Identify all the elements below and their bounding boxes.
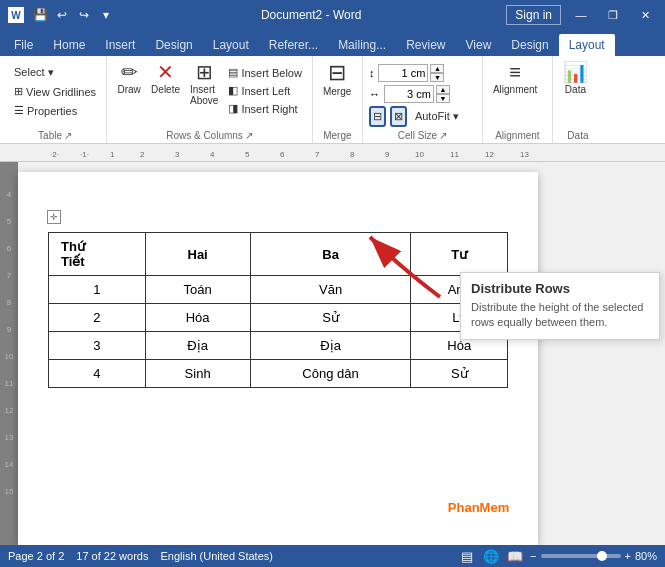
ruler: ·2· ·1· 1 2 3 4 5 6 7 8 9 10 11 12 13 xyxy=(0,144,665,162)
ruler-mark-13: 11 xyxy=(450,150,459,159)
line-11: 11 xyxy=(5,379,14,388)
width-input-row: ↔ ▲ ▼ xyxy=(369,85,463,103)
cell-size-expand[interactable]: ↗ xyxy=(439,130,447,141)
undo-btn[interactable]: ↩ xyxy=(52,5,72,25)
tab-bar: File Home Insert Design Layout Referer..… xyxy=(0,30,665,56)
properties-icon: ☰ xyxy=(14,104,24,117)
save-btn[interactable]: 💾 xyxy=(30,5,50,25)
rows-cols-expand[interactable]: ↗ xyxy=(245,130,253,141)
zoom-thumb xyxy=(597,551,607,561)
properties-btn[interactable]: ☰ Properties xyxy=(10,102,100,119)
tab-references[interactable]: Referer... xyxy=(259,34,328,56)
signin-button[interactable]: Sign in xyxy=(506,5,561,25)
merge-label: Merge xyxy=(323,86,351,97)
insert-right-btn[interactable]: ◨ Insert Right xyxy=(224,100,306,117)
line-9: 9 xyxy=(7,325,11,334)
merge-btn[interactable]: ⊟ Merge xyxy=(319,60,355,99)
zoom-in-btn[interactable]: + xyxy=(625,550,631,562)
properties-label: Properties xyxy=(27,105,77,117)
table-move-handle[interactable]: ✛ xyxy=(47,210,61,224)
ribbon-group-alignment: ≡ Alignment Alignment xyxy=(483,56,553,143)
draw-label: Draw xyxy=(117,84,140,95)
line-12: 12 xyxy=(5,406,14,415)
tab-design2[interactable]: Design xyxy=(501,34,558,56)
height-input[interactable] xyxy=(378,64,428,82)
width-spinner: ▲ ▼ xyxy=(436,85,450,103)
gridlines-label: View Gridlines xyxy=(26,86,96,98)
tab-review[interactable]: Review xyxy=(396,34,455,56)
draw-btn[interactable]: ✏ Draw xyxy=(113,60,145,97)
ruler-mark-14: 12 xyxy=(485,150,494,159)
zoom-slider[interactable] xyxy=(541,554,621,558)
line-7: 7 xyxy=(7,271,11,280)
page-info: Page 2 of 2 xyxy=(8,550,64,562)
data-label: Data xyxy=(565,84,586,95)
cell-size-label: Cell Size ↗ xyxy=(369,128,476,143)
tab-mailings[interactable]: Mailing... xyxy=(328,34,396,56)
height-up-btn[interactable]: ▲ xyxy=(430,64,444,73)
tab-design[interactable]: Design xyxy=(145,34,202,56)
insert-side-group: ▤ Insert Below ◧ Insert Left ◨ Insert Ri… xyxy=(224,60,306,117)
width-up-btn[interactable]: ▲ xyxy=(436,85,450,94)
ruler-mark-12: 10 xyxy=(415,150,424,159)
document-page: ✛ Thứ Tiết Hai Ba Tư 1 Toán xyxy=(18,172,538,545)
insert-above-label: InsertAbove xyxy=(190,84,218,106)
insert-left-btn[interactable]: ◧ Insert Left xyxy=(224,82,306,99)
word-icon: W xyxy=(8,7,24,23)
tooltip-description: Distribute the height of the selected ro… xyxy=(471,300,649,331)
width-icon: ↔ xyxy=(369,88,380,100)
close-btn[interactable]: ✕ xyxy=(633,5,657,25)
autofit-btn[interactable]: AutoFit ▾ xyxy=(411,108,463,125)
width-down-btn[interactable]: ▼ xyxy=(436,94,450,103)
tab-home[interactable]: Home xyxy=(43,34,95,56)
web-view-btn[interactable]: 🌐 xyxy=(482,547,500,565)
delete-btn[interactable]: ✕ Delete xyxy=(147,60,184,97)
insert-below-btn[interactable]: ▤ Insert Below xyxy=(224,64,306,81)
minimize-btn[interactable]: — xyxy=(569,5,593,25)
height-down-btn[interactable]: ▼ xyxy=(430,73,444,82)
more-btn[interactable]: ▾ xyxy=(96,5,116,25)
tab-layout[interactable]: Layout xyxy=(203,34,259,56)
data-group-label: Data xyxy=(559,128,597,143)
merge-group-label: Merge xyxy=(319,128,356,143)
table-group-expand[interactable]: ↗ xyxy=(64,130,72,141)
cell-row3-hai: Địa xyxy=(145,332,250,360)
cell-size-content: ↕ ▲ ▼ ↔ ▲ ▼ xyxy=(369,60,476,128)
read-view-btn[interactable]: 📖 xyxy=(506,547,524,565)
table-row: 2 Hóa Sử Lý xyxy=(49,304,508,332)
print-view-btn[interactable]: ▤ xyxy=(458,547,476,565)
alignment-icon: ≡ xyxy=(509,62,521,82)
language: English (United States) xyxy=(160,550,273,562)
alignment-btn[interactable]: ≡ Alignment xyxy=(489,60,541,97)
data-btn[interactable]: 📊 Data xyxy=(559,60,592,97)
ribbon-group-rows-cols: ✏ Draw ✕ Delete ⊞ InsertAbove ▤ Insert B… xyxy=(107,56,313,143)
select-btn[interactable]: Select ▾ xyxy=(10,64,100,81)
line-numbers: 4 5 6 7 8 9 10 11 12 13 14 15 xyxy=(0,162,18,545)
width-input[interactable] xyxy=(384,85,434,103)
distribute-cols-btn[interactable]: ⊠ xyxy=(390,106,407,127)
view-gridlines-btn[interactable]: ⊞ View Gridlines xyxy=(10,83,100,100)
zoom-out-btn[interactable]: − xyxy=(530,550,536,562)
gridlines-icon: ⊞ xyxy=(14,85,23,98)
status-bar: Page 2 of 2 17 of 22 words English (Unit… xyxy=(0,545,665,567)
redo-btn[interactable]: ↪ xyxy=(74,5,94,25)
ruler-mark-6: 4 xyxy=(210,150,214,159)
tab-file[interactable]: File xyxy=(4,34,43,56)
tab-layout2[interactable]: Layout xyxy=(559,34,615,56)
tooltip-distribute-rows: Distribute Rows Distribute the height of… xyxy=(460,272,660,340)
restore-btn[interactable]: ❐ xyxy=(601,5,625,25)
tab-insert[interactable]: Insert xyxy=(95,34,145,56)
line-10: 10 xyxy=(5,352,14,361)
distribute-rows-btn[interactable]: ⊟ xyxy=(369,106,386,127)
zoom-controls: − + 80% xyxy=(530,550,657,562)
line-13: 13 xyxy=(5,433,14,442)
select-label: Select ▾ xyxy=(14,66,54,79)
insert-above-btn[interactable]: ⊞ InsertAbove xyxy=(186,60,222,108)
line-8: 8 xyxy=(7,298,11,307)
content-table: Thứ Tiết Hai Ba Tư 1 Toán Văn Anh 2 xyxy=(48,232,508,388)
cell-size-text: Cell Size xyxy=(398,130,437,141)
ribbon-group-table: Select ▾ ⊞ View Gridlines ☰ Properties T… xyxy=(4,56,107,143)
insert-right-icon: ◨ xyxy=(228,102,238,115)
tab-view[interactable]: View xyxy=(456,34,502,56)
insert-below-label: Insert Below xyxy=(241,67,302,79)
